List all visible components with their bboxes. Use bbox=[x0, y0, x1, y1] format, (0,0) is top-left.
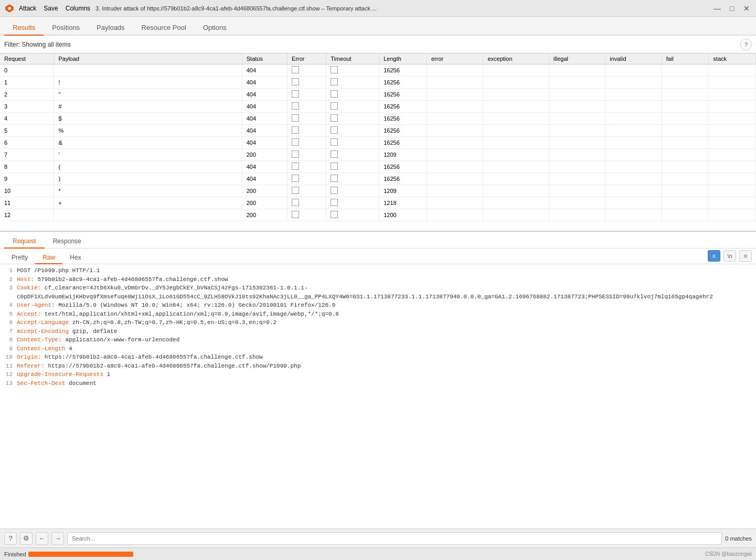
table-row[interactable]: 11 + 200 1218 bbox=[0, 197, 756, 209]
table-row[interactable]: 7 ' 200 1209 bbox=[0, 149, 756, 161]
content-line: 2Host: 579b01b2-a8c9-4ca1-afeb-4d4680655… bbox=[4, 275, 752, 284]
cell-request: 5 bbox=[0, 125, 54, 137]
cell-stack bbox=[709, 149, 756, 161]
line-number: 11 bbox=[4, 362, 13, 371]
col-timeout[interactable]: Timeout bbox=[326, 53, 379, 64]
col-status[interactable]: Status bbox=[242, 53, 287, 64]
cell-stack bbox=[709, 113, 756, 125]
pane-tab-request[interactable]: Request bbox=[4, 235, 45, 249]
cell-status: 200 bbox=[242, 149, 287, 161]
table-row[interactable]: 2 " 404 16256 bbox=[0, 89, 756, 101]
table-row[interactable]: 9 ) 404 16256 bbox=[0, 173, 756, 185]
cell-fail bbox=[662, 113, 709, 125]
content-line: 11Referer: https://579b01b2-a8c9-4ca1-af… bbox=[4, 362, 752, 371]
cell-timeout bbox=[326, 89, 379, 101]
line-text: Host: 579b01b2-a8c9-4ca1-afeb-4d46806557… bbox=[17, 275, 752, 284]
filter-help-button[interactable]: ? bbox=[740, 39, 752, 50]
cell-timeout bbox=[326, 137, 379, 149]
cell-fail bbox=[662, 101, 709, 113]
cell-error bbox=[288, 197, 326, 209]
cell-invalid bbox=[605, 113, 662, 125]
cell-fail bbox=[662, 161, 709, 173]
col-invalid[interactable]: invalid bbox=[605, 53, 662, 64]
line-text: Accept-Language zh-CN,zh;q=0.8,zh-TW;q=0… bbox=[17, 318, 752, 327]
minimize-button[interactable]: — bbox=[712, 4, 722, 13]
cell-error bbox=[288, 185, 326, 197]
cell-stack bbox=[709, 125, 756, 137]
wrap-icon-button[interactable]: ≡ bbox=[708, 250, 720, 262]
cell-fail bbox=[662, 137, 709, 149]
cell-exception bbox=[483, 185, 549, 197]
back-button[interactable]: ← bbox=[36, 532, 48, 545]
col-payload[interactable]: Payload bbox=[54, 53, 242, 64]
cell-fail bbox=[662, 149, 709, 161]
cell-exception bbox=[483, 173, 549, 185]
menu-attack[interactable]: Attack bbox=[19, 5, 36, 12]
cell-error2 bbox=[427, 77, 483, 89]
close-button[interactable]: ✕ bbox=[741, 4, 752, 13]
col-error2[interactable]: error bbox=[427, 53, 483, 64]
cell-length: 16256 bbox=[379, 173, 427, 185]
line-number: 3 bbox=[4, 284, 13, 301]
cell-length: 16256 bbox=[379, 161, 427, 173]
forward-button[interactable]: → bbox=[51, 532, 64, 545]
cell-exception bbox=[483, 209, 549, 221]
content-line: 6Accept-Language zh-CN,zh;q=0.8,zh-TW;q=… bbox=[4, 318, 752, 327]
newline-icon-button[interactable]: \n bbox=[723, 250, 736, 262]
cell-stack bbox=[709, 64, 756, 77]
svg-point-2 bbox=[8, 7, 10, 9]
cell-error bbox=[288, 161, 326, 173]
view-tab-hex[interactable]: Hex bbox=[62, 252, 88, 264]
menu-icon-button[interactable]: ≡ bbox=[739, 250, 752, 262]
maximize-button[interactable]: □ bbox=[727, 4, 737, 13]
cell-exception bbox=[483, 77, 549, 89]
menu-save[interactable]: Save bbox=[44, 5, 58, 12]
col-illegal[interactable]: illegal bbox=[549, 53, 605, 64]
table-row[interactable]: 6 & 404 16256 bbox=[0, 137, 756, 149]
cell-stack bbox=[709, 161, 756, 173]
cell-length: 1209 bbox=[379, 149, 427, 161]
tab-payloads[interactable]: Payloads bbox=[88, 20, 133, 36]
tab-options[interactable]: Options bbox=[195, 20, 235, 36]
status-bar: Finished CSDN @baozongwi bbox=[0, 547, 756, 560]
help-button[interactable]: ? bbox=[4, 532, 17, 545]
line-text: Origin: https://579b01b2-a8c9-4ca1-afeb-… bbox=[17, 353, 752, 362]
table-row[interactable]: 0 404 16256 bbox=[0, 64, 756, 77]
content-line: 9Content-Length 4 bbox=[4, 344, 752, 353]
search-input[interactable] bbox=[67, 532, 722, 545]
cell-status: 404 bbox=[242, 89, 287, 101]
cell-payload: ' bbox=[54, 149, 242, 161]
request-content-area: 1POST /P1099.php HTTP/1.12Host: 579b01b2… bbox=[0, 264, 756, 529]
cell-error bbox=[288, 209, 326, 221]
tab-positions[interactable]: Positions bbox=[44, 20, 88, 36]
col-length[interactable]: Length bbox=[379, 53, 427, 64]
view-tab-pretty[interactable]: Pretty bbox=[4, 252, 35, 264]
table-row[interactable]: 4 $ 404 16256 bbox=[0, 113, 756, 125]
col-error[interactable]: Error bbox=[288, 53, 326, 64]
table-row[interactable]: 3 # 404 16256 bbox=[0, 101, 756, 113]
table-row[interactable]: 12 200 1200 bbox=[0, 209, 756, 221]
table-row[interactable]: 8 ( 404 16256 bbox=[0, 161, 756, 173]
table-row[interactable]: 5 % 404 16256 bbox=[0, 125, 756, 137]
cell-timeout bbox=[326, 161, 379, 173]
settings-button[interactable]: ⚙ bbox=[20, 532, 33, 545]
table-row[interactable]: 10 * 200 1209 bbox=[0, 185, 756, 197]
window-controls: — □ ✕ bbox=[712, 4, 752, 13]
line-number: 8 bbox=[4, 336, 13, 344]
col-request[interactable]: Request bbox=[0, 53, 54, 64]
tab-results[interactable]: Results bbox=[4, 20, 44, 36]
view-tab-raw[interactable]: Raw bbox=[35, 252, 62, 264]
cell-error2 bbox=[427, 101, 483, 113]
cell-illegal bbox=[549, 197, 605, 209]
cell-invalid bbox=[605, 209, 662, 221]
cell-timeout bbox=[326, 209, 379, 221]
col-fail[interactable]: fail bbox=[662, 53, 709, 64]
tab-resource-pool[interactable]: Resource Pool bbox=[133, 20, 195, 36]
cell-payload: + bbox=[54, 197, 242, 209]
menu-columns[interactable]: Columns bbox=[66, 5, 90, 12]
col-stack[interactable]: stack bbox=[709, 53, 756, 64]
pane-tab-response[interactable]: Response bbox=[45, 235, 90, 249]
table-row[interactable]: 1 ! 404 16256 bbox=[0, 77, 756, 89]
col-exception[interactable]: exception bbox=[483, 53, 549, 64]
cell-stack bbox=[709, 209, 756, 221]
